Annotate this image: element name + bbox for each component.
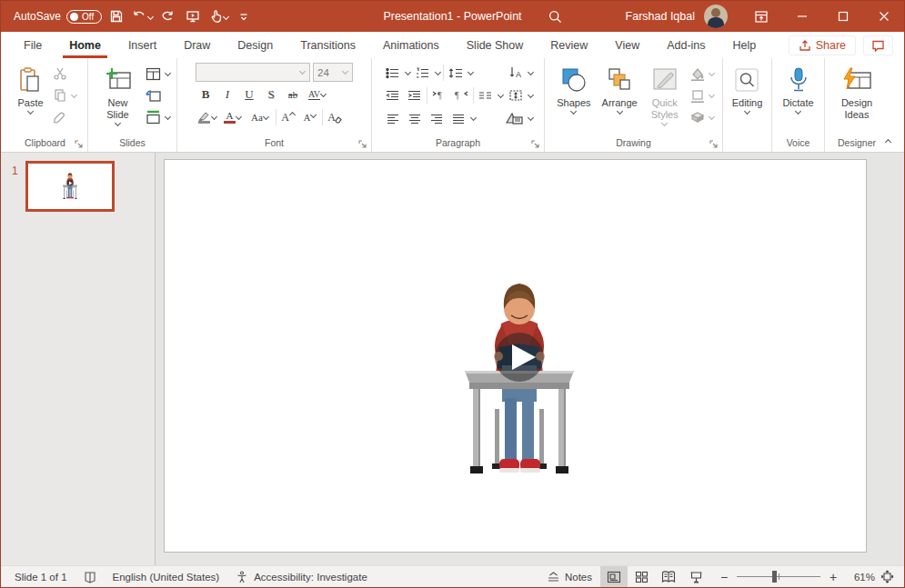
collapse-ribbon-button[interactable] — [879, 134, 897, 148]
zoom-out-button[interactable]: − — [717, 570, 731, 584]
shape-fill-button[interactable] — [688, 64, 708, 84]
start-from-beginning-button[interactable] — [182, 5, 204, 27]
ribbon-display-options-button[interactable] — [740, 1, 781, 32]
search-button[interactable] — [540, 1, 571, 32]
justify-button[interactable] — [448, 108, 468, 128]
zoom-slider-track[interactable] — [737, 576, 820, 577]
tab-file[interactable]: File — [10, 32, 55, 58]
decrease-font-size-button[interactable]: A — [300, 107, 320, 127]
section-button[interactable] — [144, 107, 164, 127]
right-to-left-button[interactable]: ¶ — [451, 85, 471, 105]
language-button[interactable]: English (United States) — [105, 566, 228, 587]
text-direction-button[interactable]: A — [506, 63, 526, 83]
left-to-right-button[interactable]: ¶ — [429, 85, 449, 105]
font-name-combo[interactable] — [196, 63, 310, 82]
undo-button[interactable] — [131, 5, 153, 27]
slide-canvas[interactable] — [156, 153, 904, 565]
tab-slide-show[interactable]: Slide Show — [453, 32, 538, 58]
slide-1[interactable] — [164, 159, 867, 553]
paragraph-dialog-launcher[interactable] — [529, 138, 540, 149]
change-case-button[interactable]: Aa — [246, 107, 274, 127]
bullets-button[interactable] — [383, 63, 403, 83]
redo-button[interactable] — [156, 5, 178, 27]
reset-slide-button[interactable] — [144, 85, 164, 105]
slide-indicator[interactable]: Slide 1 of 1 — [6, 566, 75, 587]
normal-view-button[interactable] — [600, 566, 628, 587]
underline-button[interactable]: U — [239, 85, 259, 105]
maximize-button[interactable] — [822, 1, 863, 32]
numbering-button[interactable] — [413, 63, 433, 83]
tab-view[interactable]: View — [601, 32, 653, 58]
line-spacing-button[interactable] — [446, 63, 466, 83]
slideshow-view-button[interactable] — [682, 566, 709, 587]
notes-button[interactable]: Notes — [538, 566, 600, 587]
tab-draw[interactable]: Draw — [170, 32, 224, 58]
decrease-indent-button[interactable] — [383, 85, 403, 105]
shapes-button[interactable]: Shapes — [552, 62, 595, 117]
convert-to-smartart-button[interactable] — [502, 108, 526, 128]
align-right-button[interactable] — [427, 108, 447, 128]
tab-review[interactable]: Review — [537, 32, 601, 58]
clear-formatting-button[interactable]: A — [325, 107, 345, 127]
statusbar-right: Notes − + 61% — [538, 566, 899, 587]
align-text-button[interactable] — [506, 85, 526, 105]
comments-button[interactable] — [863, 35, 893, 55]
autosave-switch[interactable]: Off — [66, 10, 102, 24]
columns-button[interactable] — [476, 85, 496, 105]
align-left-button[interactable] — [383, 108, 403, 128]
accessibility-checker-button[interactable]: Accessibility: Investigate — [227, 566, 376, 587]
increase-indent-button[interactable] — [405, 85, 425, 105]
tab-help[interactable]: Help — [719, 32, 770, 58]
strikethrough-button[interactable]: ab — [283, 85, 303, 105]
align-center-button[interactable] — [405, 108, 425, 128]
tab-animations[interactable]: Animations — [369, 32, 453, 58]
slide-sorter-button[interactable] — [628, 566, 655, 587]
italic-button[interactable]: I — [217, 85, 237, 105]
tab-transitions[interactable]: Transitions — [287, 32, 369, 58]
slide-thumbnail-1[interactable] — [25, 161, 115, 212]
shape-outline-button[interactable] — [688, 85, 708, 105]
character-spacing-button[interactable]: AV — [305, 85, 330, 105]
save-button[interactable] — [106, 5, 127, 27]
zoom-slider-handle[interactable] — [772, 571, 777, 583]
autosave-toggle[interactable]: AutoSave Off — [14, 10, 102, 24]
clipboard-dialog-launcher[interactable] — [73, 138, 84, 149]
fit-slide-to-window-button[interactable] — [875, 566, 899, 587]
customize-qat-button[interactable] — [233, 5, 255, 27]
paste-button[interactable]: Paste — [13, 62, 47, 117]
text-shadow-button[interactable]: S — [261, 85, 281, 105]
format-painter-button[interactable] — [50, 107, 70, 127]
zoom-in-button[interactable]: + — [826, 570, 840, 584]
highlight-color-button[interactable] — [196, 107, 219, 127]
design-ideas-button[interactable]: Design Ideas — [827, 62, 887, 123]
zoom-percentage[interactable]: 61% — [848, 572, 875, 583]
close-button[interactable] — [863, 1, 904, 32]
arrange-button[interactable]: Arrange — [598, 62, 642, 117]
dictate-button[interactable]: Dictate — [778, 62, 818, 117]
tab-design[interactable]: Design — [224, 32, 287, 58]
font-color-button[interactable]: A — [221, 107, 245, 127]
quick-styles-button[interactable]: Quick Styles — [644, 62, 686, 129]
bold-button[interactable]: B — [196, 85, 216, 105]
drawing-dialog-launcher[interactable] — [708, 138, 719, 149]
copy-button[interactable] — [50, 85, 70, 105]
shape-effects-button[interactable] — [688, 107, 708, 127]
tab-add-ins[interactable]: Add-ins — [653, 32, 719, 58]
touch-mouse-mode-button[interactable] — [207, 5, 229, 27]
tab-insert[interactable]: Insert — [115, 32, 170, 58]
share-button[interactable]: Share — [789, 35, 856, 55]
slide-layout-button[interactable] — [144, 64, 164, 84]
editing-button[interactable]: Editing — [728, 62, 768, 117]
minimize-button[interactable] — [781, 1, 822, 32]
spell-check-button[interactable] — [75, 566, 105, 587]
increase-font-size-button[interactable]: A — [278, 107, 298, 127]
reading-view-button[interactable] — [655, 566, 682, 587]
font-dialog-launcher[interactable] — [357, 138, 367, 149]
cut-button[interactable] — [50, 64, 70, 84]
user-avatar[interactable] — [704, 5, 728, 28]
user-name[interactable]: Farshad Iqbal — [626, 10, 695, 23]
tab-home[interactable]: Home — [55, 32, 115, 58]
new-slide-button[interactable]: New Slide — [95, 62, 142, 129]
font-size-combo[interactable]: 24 — [313, 63, 353, 82]
video-object-boy-at-desk[interactable] — [461, 274, 578, 487]
